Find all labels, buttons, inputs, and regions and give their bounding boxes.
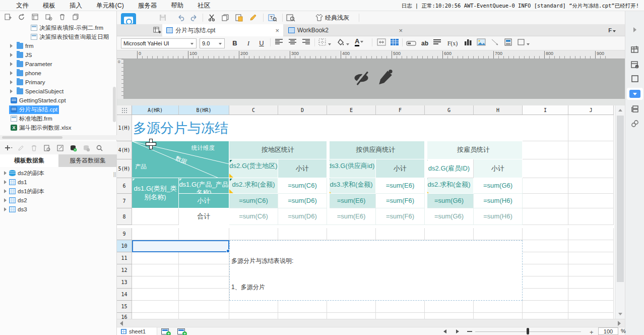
grid-cell[interactable]: [132, 301, 179, 313]
report-cell[interactable]: 小计: [474, 159, 523, 178]
grid-cell[interactable]: [568, 178, 614, 194]
row-header-5(H)[interactable]: 5(H): [117, 159, 132, 178]
align-left-icon[interactable]: [275, 38, 283, 47]
sheet-tab[interactable]: sheet1: [117, 327, 157, 335]
dataset-item[interactable]: ds1的副本: [0, 187, 117, 196]
pencil-icon[interactable]: [377, 68, 394, 88]
scrollbar-thumb[interactable]: [617, 116, 624, 282]
report-cell[interactable]: =sum(G6): [425, 194, 474, 208]
grid-cell[interactable]: [376, 313, 425, 319]
next-sheet-icon[interactable]: [456, 329, 459, 333]
text-button[interactable]: ab: [419, 38, 430, 48]
report-cell[interactable]: ds2.G(雇员ID): [425, 159, 474, 178]
grid-cell[interactable]: [523, 141, 568, 159]
column-header-E[interactable]: E: [327, 105, 376, 115]
expand-arrow-icon[interactable]: [10, 71, 13, 75]
expand-arrow-icon[interactable]: [10, 53, 13, 57]
report-cell[interactable]: ds3.求和(金额): [327, 178, 376, 194]
report-cell[interactable]: =sum(C6): [229, 208, 278, 225]
report-title-cell[interactable]: 多源分片与冻结: [132, 115, 523, 141]
copy-icon[interactable]: [221, 14, 229, 21]
report-cell[interactable]: =sum(G6): [425, 208, 474, 225]
tree-item[interactable]: 决策报表按钮查询最近日期: [0, 32, 117, 41]
close-tab-icon[interactable]: ×: [271, 27, 279, 34]
image-icon[interactable]: [477, 38, 486, 47]
grid-cell[interactable]: [179, 252, 229, 264]
template-version-icon[interactable]: [31, 13, 39, 21]
cell-element-icon[interactable]: [504, 38, 512, 47]
close-tab-icon[interactable]: ×: [395, 27, 403, 34]
panel-resize-grip[interactable]: ||: [113, 172, 116, 177]
collapse-arrow-icon[interactable]: [625, 23, 644, 36]
report-cell[interactable]: =sum(D6): [278, 208, 327, 225]
grid-cell[interactable]: [278, 313, 327, 319]
row-header-10[interactable]: 10: [117, 240, 132, 252]
grid-cell[interactable]: [229, 313, 278, 319]
row-header-8[interactable]: 8: [117, 208, 132, 225]
column-header-D[interactable]: D: [278, 105, 327, 115]
horizontal-scrollbar[interactable]: [117, 319, 625, 327]
zoom-slider-thumb[interactable]: [527, 328, 529, 334]
grid-cell[interactable]: [327, 301, 376, 313]
row-header-6[interactable]: 6: [117, 178, 132, 194]
link-icon[interactable]: [625, 117, 644, 130]
font-color-icon[interactable]: A: [355, 37, 363, 46]
grid-cell[interactable]: [523, 264, 568, 276]
report-cell[interactable]: =sum(C6): [278, 178, 327, 194]
theme-name-label[interactable]: 经典浅灰: [325, 11, 349, 24]
grid-cell[interactable]: [523, 208, 568, 225]
rich-text-icon[interactable]: [433, 38, 441, 47]
report-cell[interactable]: 小计: [179, 194, 229, 208]
expand-arrow-icon[interactable]: [10, 89, 13, 93]
export-icon[interactable]: F: [608, 27, 616, 33]
file-tree-hscrollbar[interactable]: [0, 135, 117, 140]
theme-icon[interactable]: [315, 14, 323, 21]
dropdown-active-icon[interactable]: [627, 88, 643, 100]
row-header-9[interactable]: 9: [117, 228, 132, 240]
refresh-icon[interactable]: [18, 13, 25, 21]
grid-cell[interactable]: [179, 276, 229, 289]
dataset-item[interactable]: ds3: [0, 205, 117, 214]
tree-item[interactable]: 分片与冻结.cpt: [0, 105, 117, 114]
grid-cell[interactable]: [568, 115, 614, 141]
zoom-in-icon[interactable]: +: [590, 328, 594, 335]
report-cell[interactable]: 按地区统计: [229, 141, 327, 159]
row-header-14[interactable]: 14: [117, 289, 132, 301]
grid-cell[interactable]: [568, 276, 614, 289]
column-header-G[interactable]: G: [425, 105, 474, 115]
menu-item-6[interactable]: 社区: [190, 0, 217, 11]
grid-cell[interactable]: [523, 115, 568, 141]
expand-arrow-icon[interactable]: [4, 180, 7, 184]
report-info-icon[interactable]: i: [625, 58, 644, 71]
formula-button[interactable]: F(x): [444, 38, 461, 48]
delete-icon[interactable]: [58, 13, 66, 21]
freeze-grid-icon[interactable]: [390, 38, 399, 48]
vertical-scrollbar[interactable]: [615, 105, 625, 319]
underline-button[interactable]: U: [256, 38, 267, 48]
menu-item-0[interactable]: 文件: [9, 0, 36, 11]
cell-selection[interactable]: [132, 240, 229, 252]
redo-icon[interactable]: [190, 14, 198, 21]
grid-cell[interactable]: [474, 228, 523, 240]
grid-cell[interactable]: [568, 141, 614, 159]
grid-cell[interactable]: [523, 228, 568, 240]
tree-item[interactable]: frm: [0, 41, 117, 50]
grid-cell[interactable]: [132, 289, 179, 301]
report-cell[interactable]: =sum(G6): [474, 178, 523, 194]
grid-cell[interactable]: [376, 301, 425, 313]
expand-arrow-icon[interactable]: [4, 198, 7, 202]
report-cell[interactable]: =sum(E6): [327, 208, 376, 225]
tree-item[interactable]: 标准地图.frm: [0, 114, 117, 123]
grid-cell[interactable]: [425, 313, 474, 319]
menu-item-3[interactable]: 单元格(C): [89, 0, 131, 11]
grid-cell[interactable]: [376, 228, 425, 240]
add-dataset-icon[interactable]: [4, 144, 12, 152]
border-icon[interactable]: [318, 38, 331, 47]
db-run-icon[interactable]: [70, 144, 77, 152]
grid-cell[interactable]: [568, 301, 614, 313]
column-header-A(HR)[interactable]: A(HR): [132, 105, 179, 115]
report-cell[interactable]: 小计: [278, 159, 327, 178]
edit-icon[interactable]: [17, 144, 25, 152]
grid-cell[interactable]: [179, 301, 229, 313]
grid-cell[interactable]: [179, 264, 229, 276]
